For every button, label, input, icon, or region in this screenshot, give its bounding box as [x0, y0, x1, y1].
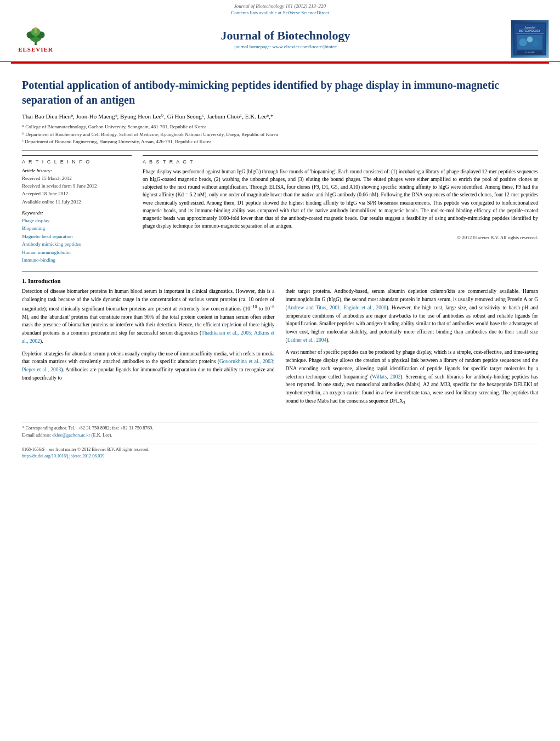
body-para-1: Detection of disease biomarker proteins … [22, 287, 275, 345]
abstract-header: A B S T R A C T [143, 159, 538, 165]
citation-2: Govorukhina et al., 2003; Pieper et al.,… [22, 359, 275, 372]
elsevier-logo: ELSEVIER [11, 24, 60, 54]
keyword-4: Antibody mimicking peptides [22, 240, 132, 248]
doi-url[interactable]: http://dx.doi.org/10.1016/j.jbiotec.2012… [22, 454, 104, 459]
keyword-1: Phage display [22, 217, 132, 224]
sciverse-link[interactable]: SciVerse ScienceDirect [283, 10, 329, 15]
affiliation-c: ᶜ Department of Bionano Engineering, Han… [22, 138, 538, 146]
keyword-6: Immuno-binding [22, 256, 132, 264]
authors: Thai Bao Dieu Hienᵃ, Joon-Ho Maengᵃ, Byu… [22, 113, 538, 120]
keyword-2: Biopanning [22, 224, 132, 232]
journal-cover-image: Journal of BIOTECHNOLOGY ELSEVIER [511, 20, 549, 58]
copyright: © 2012 Elsevier B.V. All rights reserved… [143, 235, 538, 240]
section1-title: 1. Introduction [22, 278, 538, 284]
svg-point-5 [34, 27, 37, 30]
svg-point-13 [519, 38, 527, 46]
citation-4: Ladner et al., 2004 [287, 337, 327, 343]
abstract-column: A B S T R A C T Phage display was perfor… [143, 155, 538, 264]
affiliation-a: ᵃ College of Bionanotechnology, Gachon U… [22, 123, 538, 131]
journal-top-bar: Contents lists available at SciVerse Sci… [11, 10, 549, 15]
online-date: Available online 11 July 2012 [22, 198, 132, 206]
article-history: Article history: Received 15 March 2012 … [22, 168, 132, 206]
footnote-email: E-mail address: eklee@gachon.ac.kr (E.K.… [22, 432, 538, 439]
body-two-col: Detection of disease biomarker proteins … [22, 287, 538, 411]
journal-reference: Journal of Biotechnology 161 (2012) 213–… [11, 3, 549, 9]
citation-1: Thadikaran et al., 2005; Adkins et al., … [22, 330, 275, 344]
elsevier-label: ELSEVIER [18, 46, 53, 53]
citation-3: Andrew and Titus, 2001; Fagiolo et al., … [287, 305, 387, 310]
body-para-4: A vast number of specific peptides can b… [286, 348, 539, 406]
authors-text: Thai Bao Dieu Hienᵃ, Joon-Ho Maengᵃ, Byu… [22, 113, 274, 120]
section1-number: 1. [22, 278, 26, 284]
svg-rect-11 [516, 33, 544, 33]
abstract-box: A B S T R A C T Phage display was perfor… [143, 155, 538, 240]
footnote-section: * Corresponding author. Tel.: +82 31 750… [22, 422, 538, 439]
journal-header: Journal of Biotechnology 161 (2012) 213–… [0, 0, 560, 62]
cover-image-svg: Journal of BIOTECHNOLOGY ELSEVIER [513, 20, 546, 58]
keywords-section: Keywords: Phage display Biopanning Magne… [22, 210, 132, 264]
page: Journal of Biotechnology 161 (2012) 213–… [0, 0, 560, 741]
svg-text:ELSEVIER: ELSEVIER [525, 52, 535, 54]
svg-rect-6 [35, 30, 37, 33]
main-content: Potential application of antibody-mimick… [0, 64, 560, 471]
article-info-header: A R T I C L E I N F O [22, 159, 132, 165]
footnote-corresponding: * Corresponding author. Tel.: +82 31 750… [22, 425, 538, 432]
journal-homepage: journal homepage: www.elsevier.com/locat… [60, 44, 511, 49]
abstract-text: Phage display was performed against huma… [143, 168, 538, 230]
body-para-3: their target proteins. Antibody-based, s… [286, 287, 539, 344]
article-info-column: A R T I C L E I N F O Article history: R… [22, 155, 132, 264]
article-info-box: A R T I C L E I N F O Article history: R… [22, 155, 132, 264]
keywords-label: Keywords: [22, 210, 132, 216]
received-date: Received 15 March 2012 [22, 174, 132, 182]
info-abstract-section: A R T I C L E I N F O Article history: R… [22, 155, 538, 264]
svg-text:Journal of: Journal of [524, 26, 535, 29]
doi-link[interactable]: http://dx.doi.org/10.1016/j.jbiotec.2012… [22, 453, 150, 460]
contents-text: Contents lists available at [231, 10, 281, 15]
thin-divider [22, 150, 538, 151]
svg-point-15 [532, 40, 539, 47]
keyword-5: Human immunoglobulin [22, 248, 132, 256]
journal-title-section: Journal of Biotechnology journal homepag… [60, 29, 511, 49]
body-right-column: their target proteins. Antibody-based, s… [286, 287, 539, 411]
svg-point-14 [527, 37, 533, 43]
svg-text:BIOTECHNOLOGY: BIOTECHNOLOGY [519, 30, 540, 32]
accepted-date: Accepted 18 June 2012 [22, 190, 132, 197]
keyword-3: Magnetic bead separation [22, 233, 132, 240]
homepage-link[interactable]: www.elsevier.com/locate/jbiotec [273, 44, 337, 49]
citation-5: Willats, 2002 [372, 374, 400, 380]
body-para-2: Depletion strategies for abundant serum … [22, 350, 275, 382]
homepage-text: journal homepage: [234, 44, 272, 49]
email-link[interactable]: eklee@gachon.ac.kr [52, 432, 90, 438]
bottom-left: 0168-1656/$ – see front matter © 2012 El… [22, 446, 150, 460]
body-content: 1. Introduction Detection of disease bio… [22, 271, 538, 460]
affiliations: ᵃ College of Bionanotechnology, Gachon U… [22, 123, 538, 146]
body-divider [22, 271, 538, 272]
affiliation-b: ᵇ Department of Biochemistry and Cell Bi… [22, 131, 538, 139]
issn-text: 0168-1656/$ – see front matter © 2012 El… [22, 446, 150, 453]
article-title: Potential application of antibody-mimick… [22, 78, 538, 108]
history-label: Article history: [22, 168, 132, 173]
revised-date: Received in revised form 9 June 2012 [22, 182, 132, 190]
header-content: ELSEVIER Journal of Biotechnology journa… [11, 18, 549, 61]
body-left-column: Detection of disease biomarker proteins … [22, 287, 275, 411]
section1-label: Introduction [28, 278, 61, 284]
journal-title: Journal of Biotechnology [60, 29, 511, 43]
bottom-bar: 0168-1656/$ – see front matter © 2012 El… [22, 444, 538, 460]
elsevier-tree-icon [22, 26, 49, 45]
